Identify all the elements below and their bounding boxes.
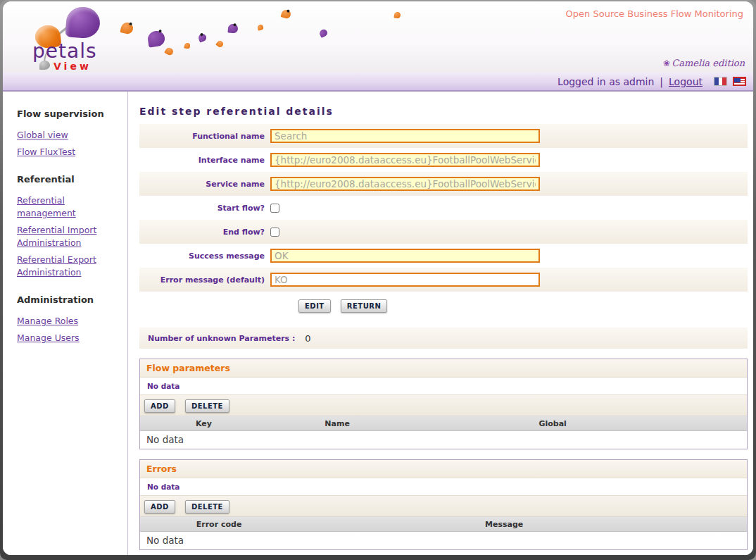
sidebar-item-referential-export[interactable]: Referential Export Administration [17,254,120,279]
sidebar-item-flow-fluxtest[interactable]: Flow FluxTest [17,146,120,158]
interface-name-input[interactable] [270,153,540,167]
login-bar: Logged in as admin | Logout [3,73,753,92]
end-flow-label: End flow? [139,228,265,237]
sidebar-item-referential-management[interactable]: Referential management [17,194,120,220]
flow-parameters-title: Flow parameters [140,359,747,378]
window-frame: petals View Open Source Business Flow Mo… [0,0,756,560]
column-header-key: Key [140,419,267,428]
sidebar-item-manage-users[interactable]: Manage Users [17,332,120,344]
login-status: Logged in as admin [557,76,654,87]
sidebar-item-global-view[interactable]: Global view [17,129,120,142]
error-message-label: Error message (default) [139,275,265,285]
petal-icon [147,30,166,47]
flow-parameters-add-button[interactable]: ADD [144,399,175,413]
flow-parameters-table-header: Key Name Global [140,416,747,431]
petal-icon [318,28,328,38]
edition-label: ❀Camelia edition [663,58,745,68]
us-flag-icon[interactable] [733,77,746,86]
column-header-error-code: Error code [140,520,298,529]
form-row-start-flow: Start flow? [139,196,748,220]
login-separator: | [660,76,663,87]
interface-name-label: Interface name [139,156,265,165]
form-row-interface-name: Interface name [139,148,748,172]
return-button[interactable]: RETURN [341,299,388,313]
service-name-label: Service name [139,180,265,189]
flow-parameters-empty-row: No data [140,431,747,449]
flow-parameters-delete-button[interactable]: DELETE [185,399,229,413]
form-row-error-message: Error message (default) [139,268,748,292]
errors-actions: ADD DELETE [140,495,747,517]
service-name-input[interactable] [270,177,540,191]
success-message-input[interactable] [270,249,540,263]
errors-delete-button[interactable]: DELETE [185,500,229,514]
french-flag-icon[interactable] [714,77,727,86]
start-flow-checkbox[interactable] [270,204,279,213]
petal-icon [197,32,207,42]
flow-parameters-box: Flow parameters No data ADD DELETE Key N… [139,359,748,449]
edit-button[interactable]: EDIT [298,299,331,313]
flow-parameters-no-data-note: No data [140,378,747,394]
errors-add-button[interactable]: ADD [144,500,175,514]
end-flow-checkbox[interactable] [270,228,279,237]
logo-sub-text: View [53,61,92,72]
sidebar-section-administration: Administration [17,294,120,305]
petal-icon [215,39,225,49]
form-actions: EDIT RETURN [139,292,748,319]
petal-icon [280,8,291,19]
unknown-parameters-row: Number of unknown Parameters : 0 [139,328,748,349]
sidebar: Flow supervision Global view Flow FluxTe… [3,92,128,555]
logo-brand-text: petals [32,39,97,63]
error-message-input[interactable] [270,273,540,287]
errors-table-header: Error code Message [140,517,747,532]
sidebar-item-manage-roles[interactable]: Manage Roles [17,315,120,328]
petal-icon [184,42,190,49]
errors-title: Errors [140,460,747,478]
form-row-service-name: Service name [139,172,748,196]
petal-icon [257,24,263,30]
camelia-flower-icon: ❀ [663,58,670,68]
column-header-message: Message [298,520,710,529]
petals-view-logo: petals View [24,4,122,73]
unknown-parameters-value: 0 [305,333,310,344]
sidebar-section-flow-supervision: Flow supervision [17,108,120,119]
app-header: petals View Open Source Business Flow Mo… [3,1,753,73]
sidebar-item-referential-import[interactable]: Referential Import Administration [17,224,120,249]
sidebar-section-referential: Referential [17,174,120,185]
form-row-success-message: Success message [139,244,748,268]
errors-no-data-note: No data [140,478,747,495]
functional-name-label: Functional name [139,132,265,141]
form-row-end-flow: End flow? [139,220,748,244]
petal-icon [164,46,175,56]
main-content: Edit step referential details Functional… [128,92,753,555]
form-row-functional-name: Functional name [139,124,748,148]
logout-link[interactable]: Logout [669,76,703,87]
column-header-name: Name [267,419,407,428]
app-page: petals View Open Source Business Flow Mo… [3,1,753,555]
petal-icon [393,11,401,18]
page-title: Edit step referential details [139,106,748,117]
unknown-parameters-label: Number of unknown Parameters : [148,334,295,343]
column-header-global: Global [407,419,698,428]
start-flow-label: Start flow? [139,204,265,213]
flow-parameters-actions: ADD DELETE [140,394,747,416]
petal-icon [227,23,238,33]
success-message-label: Success message [139,251,265,261]
functional-name-input[interactable] [270,129,540,143]
errors-box: Errors No data ADD DELETE Error code Mes… [139,459,748,550]
app-tagline: Open Source Business Flow Monitoring [566,8,743,19]
errors-empty-row: No data [140,532,747,549]
